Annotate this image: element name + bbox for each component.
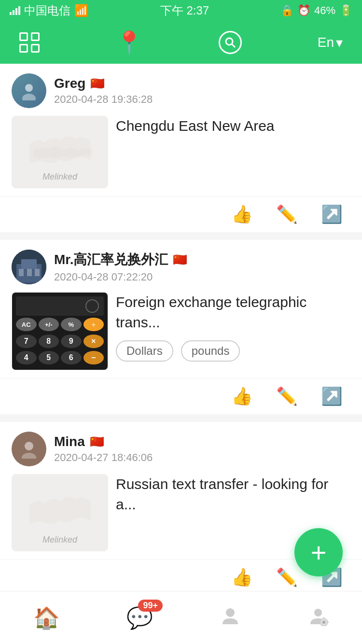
post-title: Foreign exchange telegraphic trans... — [116, 292, 350, 333]
post-content-right: Foreign exchange telegraphic trans... Do… — [116, 292, 350, 365]
post-time: 2020-04-27 18:46:06 — [54, 451, 350, 464]
svg-rect-7 — [19, 269, 24, 276]
profile-icon — [220, 605, 241, 630]
location-icon[interactable]: 📍 — [115, 29, 143, 56]
post-title: Chengdu East New Area — [116, 116, 275, 136]
tag-dollars[interactable]: Dollars — [116, 340, 173, 362]
post-card: Mr.高汇率兑换外汇 🇨🇳 2020-04-28 07:22:20 AC +/-… — [0, 240, 362, 414]
home-icon: 🏠 — [33, 605, 60, 630]
status-left: 中国电信 📶 — [10, 3, 89, 18]
svg-rect-9 — [35, 269, 40, 276]
battery-icon: 🔋 — [339, 4, 352, 17]
svg-point-18 — [322, 621, 325, 624]
avatar — [12, 432, 46, 466]
language-label: En — [318, 35, 334, 50]
message-badge: 99+ — [138, 600, 163, 612]
search-icon[interactable] — [219, 31, 242, 54]
edit-button[interactable]: ✏️ — [276, 204, 298, 224]
svg-point-15 — [226, 608, 235, 617]
carrier-label: 中国电信 — [24, 3, 70, 18]
user-info: Mina 🇨🇳 2020-04-27 18:46:06 — [54, 434, 350, 464]
post-header: Mina 🇨🇳 2020-04-27 18:46:06 — [0, 422, 362, 474]
map-watermark: Melinked — [42, 172, 77, 182]
username: Greg 🇨🇳 — [54, 76, 350, 91]
settings-icon — [307, 605, 329, 630]
post-actions: 👍 ✏️ ↗️ — [0, 196, 362, 232]
status-right: 🔒 ⏰ 46% 🔋 — [280, 4, 352, 17]
nav-profile[interactable] — [220, 605, 241, 630]
alarm-icon: ⏰ — [297, 4, 310, 17]
post-title: Russian text transfer - looking for a... — [116, 474, 350, 515]
dropdown-icon: ▾ — [336, 35, 343, 51]
username: Mr.高汇率兑换外汇 🇨🇳 — [54, 251, 350, 269]
flag-icon: 🇨🇳 — [90, 435, 104, 448]
post-tags: Dollars pounds — [116, 340, 350, 362]
wifi-icon: 📶 — [74, 4, 89, 17]
fab-icon: + — [311, 537, 327, 568]
avatar — [12, 250, 46, 284]
post-header: Greg 🇨🇳 2020-04-28 19:36:28 — [0, 64, 362, 116]
flag-icon: 🇨🇳 — [173, 253, 187, 266]
bottom-nav: 🏠 💬 99+ — [0, 591, 362, 644]
svg-rect-10 — [14, 282, 44, 284]
post-image: Melinked — [12, 116, 108, 188]
share-button[interactable]: ↗️ — [321, 386, 343, 406]
flag-icon: 🇨🇳 — [90, 77, 105, 90]
svg-point-12 — [22, 453, 36, 459]
svg-line-1 — [232, 44, 235, 47]
battery-label: 46% — [314, 4, 335, 17]
post-image: Melinked — [12, 475, 108, 551]
svg-rect-6 — [21, 259, 37, 269]
post-actions: 👍 ✏️ ↗️ — [0, 378, 362, 414]
lock-icon: 🔒 — [280, 4, 293, 17]
svg-point-0 — [226, 38, 233, 45]
svg-point-16 — [314, 609, 322, 616]
post-time: 2020-04-28 07:22:20 — [54, 271, 350, 283]
username: Mina 🇨🇳 — [54, 434, 350, 449]
svg-rect-8 — [27, 269, 32, 276]
tag-pounds[interactable]: pounds — [181, 340, 240, 362]
nav-bar: 📍 En ▾ — [0, 21, 362, 64]
nav-home[interactable]: 🏠 — [33, 605, 60, 630]
post-image: AC +/- % ÷ 7 8 9 × 4 5 6 − — [12, 293, 108, 370]
avatar — [12, 73, 46, 108]
svg-point-11 — [25, 442, 33, 450]
language-selector[interactable]: En ▾ — [318, 35, 343, 51]
post-time: 2020-04-28 19:36:28 — [54, 93, 350, 106]
svg-point-2 — [25, 84, 33, 92]
menu-icon[interactable] — [19, 32, 40, 53]
share-button[interactable]: ↗️ — [321, 204, 343, 224]
nav-messages[interactable]: 💬 99+ — [126, 605, 153, 630]
edit-button[interactable]: ✏️ — [276, 386, 298, 406]
nav-settings[interactable] — [307, 605, 329, 630]
post-card: Greg 🇨🇳 2020-04-28 19:36:28 Melinked Che… — [0, 64, 362, 232]
user-info: Mr.高汇率兑换外汇 🇨🇳 2020-04-28 07:22:20 — [54, 251, 350, 283]
map-watermark: Melinked — [42, 535, 77, 545]
user-info: Greg 🇨🇳 2020-04-28 19:36:28 — [54, 76, 350, 106]
fab-button[interactable]: + — [294, 528, 343, 576]
status-bar: 中国电信 📶 下午 2:37 🔒 ⏰ 46% 🔋 — [0, 0, 362, 21]
post-header: Mr.高汇率兑换外汇 🇨🇳 2020-04-28 07:22:20 — [0, 240, 362, 292]
edit-button[interactable]: ✏️ — [276, 567, 298, 588]
time-label: 下午 2:37 — [160, 3, 209, 18]
like-button[interactable]: 👍 — [231, 204, 253, 224]
signal-icon — [10, 6, 20, 15]
like-button[interactable]: 👍 — [231, 567, 253, 588]
like-button[interactable]: 👍 — [231, 386, 253, 406]
svg-point-3 — [22, 94, 36, 100]
